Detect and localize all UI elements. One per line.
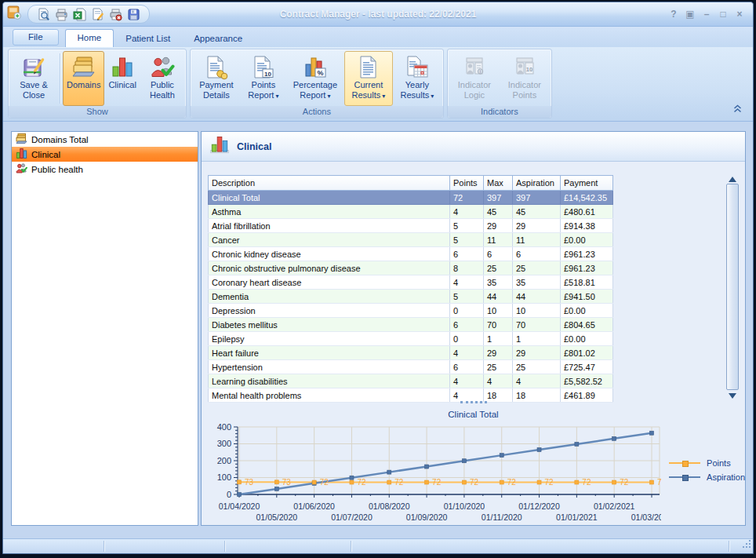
sidebar-item-clinical[interactable]: Clinical xyxy=(12,147,198,162)
close-icon[interactable]: × xyxy=(734,8,745,20)
clinical-button[interactable]: Clinical xyxy=(104,51,140,106)
window-controls: ? ▣ – □ × xyxy=(668,8,745,20)
chart-legend: Points Aspiration xyxy=(669,458,745,482)
app-logo-icon[interactable] xyxy=(7,5,21,23)
domain-list-panel: Domains Total Clinical Public health xyxy=(11,131,198,526)
svg-text:i: i xyxy=(480,68,481,74)
table-row[interactable]: Atrial fibrillation52929£914.38 xyxy=(209,219,613,233)
ribbon-group-label: Show xyxy=(9,106,186,118)
legend-label: Points xyxy=(707,458,731,468)
sidebar-item-public-health[interactable]: Public health xyxy=(12,162,198,177)
table-row[interactable]: Cancer51111£0.00 xyxy=(209,233,613,247)
table-row[interactable]: Chronic obstructive pulmonary disease825… xyxy=(209,261,613,275)
table-cell: 5 xyxy=(450,233,484,247)
table-scrollbar[interactable] xyxy=(726,175,739,402)
table-row[interactable]: Coronary heart disease43535£518.81 xyxy=(209,275,613,290)
table-cell: Diabetes mellitus xyxy=(209,318,450,332)
print-preview-icon[interactable] xyxy=(36,7,51,22)
svg-text:01/02/2021: 01/02/2021 xyxy=(594,501,635,511)
scroll-up-icon[interactable] xyxy=(729,177,736,182)
table-cell: 25 xyxy=(513,360,561,374)
table-cell: Epilepsy xyxy=(209,332,450,346)
table-row[interactable]: Hypertension62525£725.47 xyxy=(209,360,613,374)
table-cell: 44 xyxy=(484,290,513,304)
table-cell: 4 xyxy=(450,205,484,219)
svg-text:72: 72 xyxy=(320,478,329,487)
sidebar-item-domains-total[interactable]: Domains Total xyxy=(12,132,198,147)
table-cell: 6 xyxy=(450,318,484,332)
scroll-down-icon[interactable] xyxy=(729,393,736,399)
percentage-report-button[interactable]: % Percentage Report▾ xyxy=(286,51,344,106)
column-header[interactable]: Max xyxy=(484,176,513,191)
table-row[interactable]: Epilepsy011£0.00 xyxy=(209,332,613,346)
table-cell: £914.38 xyxy=(561,219,613,233)
table-row[interactable]: Diabetes mellitus67070£804.65 xyxy=(209,318,613,332)
sidebar-item-label: Clinical xyxy=(31,150,60,159)
current-results-icon xyxy=(355,54,382,80)
ribbon-collapse-button[interactable] xyxy=(733,102,742,116)
table-cell: 11 xyxy=(484,233,513,247)
ribbon-button-label: Domains xyxy=(67,80,100,100)
table-row[interactable]: Learning disabilities444£5,582.52 xyxy=(209,374,613,388)
yearly-results-button[interactable]: Yearly Results▾ xyxy=(393,51,442,106)
points-series-swatch xyxy=(669,462,700,464)
tab-home[interactable]: Home xyxy=(65,29,114,47)
modify-report-icon[interactable] xyxy=(90,7,105,22)
table-cell: 25 xyxy=(513,261,561,275)
column-header[interactable]: Aspiration xyxy=(513,176,561,191)
public-health-button[interactable]: Public Health xyxy=(140,51,184,106)
column-header[interactable]: Description xyxy=(209,176,450,191)
table-row[interactable]: Mental health problems41818£461.89 xyxy=(209,388,613,403)
table-cell: 29 xyxy=(513,346,561,360)
svg-text:01/12/2020: 01/12/2020 xyxy=(518,501,560,511)
tab-appearance[interactable]: Appearance xyxy=(182,31,254,47)
table-cell: £5,582.52 xyxy=(561,374,613,388)
content-area: Domains Total Clinical Public health xyxy=(3,122,753,538)
restore-icon[interactable]: ▣ xyxy=(685,8,696,20)
results-table[interactable]: DescriptionPointsMaxAspirationPayment Cl… xyxy=(208,175,613,403)
save-close-button[interactable]: Save & Close xyxy=(10,51,57,106)
maximize-icon[interactable]: □ xyxy=(718,8,729,20)
resize-grip[interactable] xyxy=(742,538,751,552)
status-pane-divider xyxy=(729,541,730,552)
table-row[interactable]: Clinical Total72397397£14,542.35 xyxy=(209,191,613,205)
indicator-logic-icon: i xyxy=(461,54,488,80)
column-header[interactable]: Points xyxy=(450,176,484,191)
chart-block: Clinical Total 010020030040001/04/202001… xyxy=(202,406,745,525)
svg-text:01/11/2020: 01/11/2020 xyxy=(482,512,522,522)
table-row[interactable]: Depression01010£0.00 xyxy=(209,304,613,318)
table-row[interactable]: Heart failure42929£801.02 xyxy=(209,346,613,360)
ribbon-button-label: Public Health xyxy=(144,80,180,100)
tab-patient-list[interactable]: Patient List xyxy=(114,31,182,47)
print-icon[interactable] xyxy=(54,7,69,22)
table-row[interactable]: Asthma44545£480.61 xyxy=(209,205,613,219)
table-cell: 6 xyxy=(484,247,513,261)
current-results-button[interactable]: Current Results▾ xyxy=(344,51,393,106)
column-header[interactable]: Payment xyxy=(561,176,613,191)
indicator-logic-button: i Indicator Logic xyxy=(449,51,500,106)
ribbon-button-label: Percentage Report▾ xyxy=(290,80,340,100)
table-cell: 70 xyxy=(484,318,513,332)
table-cell: 10 xyxy=(484,304,513,318)
table-row[interactable]: Dementia54444£941.50 xyxy=(209,290,613,304)
payment-details-icon xyxy=(203,54,230,80)
domains-button[interactable]: Domains xyxy=(63,51,104,106)
svg-text:72: 72 xyxy=(545,478,554,487)
bar-chart-icon xyxy=(16,148,27,161)
print-cancel-icon[interactable] xyxy=(108,7,123,22)
points-report-button[interactable]: 10 Points Report▾ xyxy=(241,51,286,106)
minimize-icon[interactable]: – xyxy=(701,8,712,20)
export-excel-icon[interactable] xyxy=(72,7,87,22)
svg-text:01/09/2020: 01/09/2020 xyxy=(406,512,448,522)
svg-text:72: 72 xyxy=(357,478,366,487)
ribbon-button-label: Indicator Points xyxy=(503,80,546,100)
table-cell: 4 xyxy=(450,346,484,360)
help-icon[interactable]: ? xyxy=(668,8,679,20)
tab-file[interactable]: File xyxy=(13,29,59,46)
table-row[interactable]: Chronic kidney disease666£961.23 xyxy=(209,247,613,261)
save-icon[interactable] xyxy=(126,7,141,22)
domains-icon xyxy=(71,54,97,80)
sidebar-item-label: Public health xyxy=(31,165,83,174)
payment-details-button[interactable]: Payment Details xyxy=(192,51,241,106)
scrollbar-thumb[interactable] xyxy=(726,184,739,390)
